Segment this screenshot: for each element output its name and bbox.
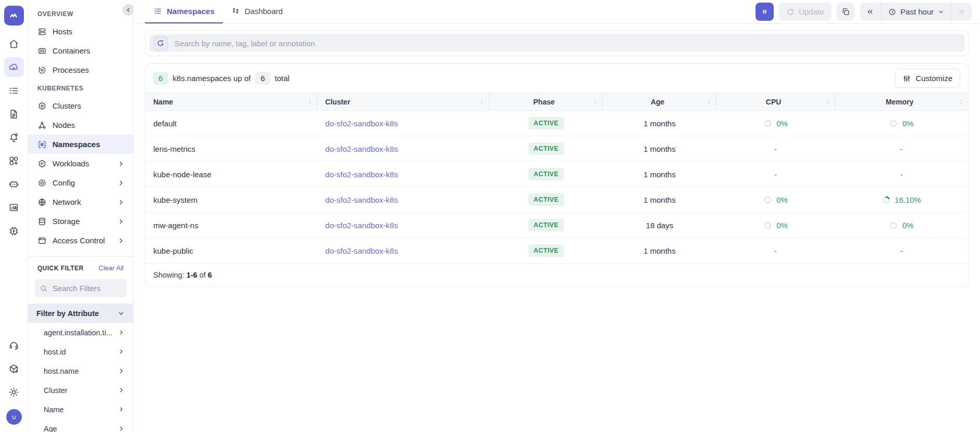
sidebar-item-network[interactable]: Network <box>28 192 133 212</box>
sidebar-item-label: Network <box>52 198 111 206</box>
sort-icon[interactable] <box>824 98 831 105</box>
showing-total: 6 <box>208 271 212 279</box>
cluster-link[interactable]: do-sfo2-sandbox-k8s <box>325 221 398 230</box>
attribute-filter-cluster[interactable]: Cluster <box>28 381 133 400</box>
cluster-link[interactable]: do-sfo2-sandbox-k8s <box>325 170 398 179</box>
attribute-filter-host-id[interactable]: host.id <box>28 342 133 361</box>
attribute-filter-agent-installation-ti-[interactable]: agent.installation.ti... <box>28 323 133 342</box>
sidebar-item-containers[interactable]: Containers <box>28 41 133 60</box>
cluster-link[interactable]: do-sfo2-sandbox-k8s <box>325 246 398 255</box>
cell-cluster: do-sfo2-sandbox-k8s <box>317 238 489 263</box>
namespaces-table-card: 6 k8s.namespaces up of 6 total Customize… <box>145 63 969 287</box>
sidebar-collapse-button[interactable] <box>123 4 134 16</box>
sidebar-item-config[interactable]: Config <box>28 173 133 192</box>
attribute-label: Name <box>44 405 64 414</box>
column-header-cluster[interactable]: Cluster <box>317 93 489 110</box>
sidebar-item-label: Nodes <box>52 121 126 129</box>
attribute-filter-host-name[interactable]: host.name <box>28 361 133 381</box>
documents-icon[interactable] <box>4 104 24 124</box>
chevron-right-icon <box>116 160 126 167</box>
attribute-filter-name[interactable]: Name <box>28 400 133 419</box>
column-label: Phase <box>497 98 591 106</box>
config-icon <box>37 178 47 188</box>
usage-donut-icon <box>763 221 772 230</box>
sidebar-item-workloads[interactable]: Workloads <box>28 154 133 173</box>
cluster-link[interactable]: do-sfo2-sandbox-k8s <box>325 119 398 128</box>
assistant-bot-icon-glyph <box>8 179 19 190</box>
processor-icon[interactable] <box>4 221 24 241</box>
sidebar-item-storage[interactable]: Storage <box>28 212 133 231</box>
topbar-actions: Update Past hour <box>756 0 972 23</box>
main-search-input[interactable]: Search by name, tag, label or annotation <box>149 34 964 52</box>
sidebar-item-processes[interactable]: Processes <box>28 60 133 80</box>
time-range-picker[interactable]: Past hour <box>881 3 951 21</box>
metric-empty: - <box>900 246 903 255</box>
sort-icon[interactable] <box>479 98 485 105</box>
support-headset-icon[interactable] <box>4 335 24 355</box>
tab-namespaces[interactable]: Namespaces <box>145 0 223 23</box>
sidebar-item-hosts[interactable]: Hosts <box>28 22 133 41</box>
cell-phase: ACTIVE <box>489 136 603 161</box>
logs-icon[interactable] <box>4 81 24 100</box>
table-row-kube-node-lease[interactable]: kube-node-leasedo-sfo2-sandbox-k8sACTIVE… <box>145 162 968 187</box>
sort-icon[interactable] <box>958 98 964 105</box>
namespace-icon <box>37 140 47 149</box>
column-header-name[interactable]: Name <box>145 93 317 110</box>
infrastructure-icon[interactable] <box>4 57 24 77</box>
column-header-age[interactable]: Age <box>603 93 716 110</box>
update-button[interactable]: Update <box>779 3 831 21</box>
user-avatar[interactable] <box>6 409 22 425</box>
table-row-default[interactable]: defaultdo-sfo2-sandbox-k8sACTIVE1 months… <box>145 111 968 136</box>
metric-value: 0% <box>763 119 788 128</box>
sidebar-item-access-control[interactable]: Access Control <box>28 231 133 250</box>
cell-cpu: - <box>717 162 835 187</box>
table-row-mw-agent-ns[interactable]: mw-agent-nsdo-sfo2-sandbox-k8sACTIVE18 d… <box>145 213 968 238</box>
clear-all-link[interactable]: Clear All <box>99 264 124 272</box>
search-filters-placeholder: Search Filters <box>52 284 101 293</box>
customize-button[interactable]: Customize <box>895 69 960 88</box>
time-range-label: Past hour <box>900 7 934 16</box>
phase-badge: ACTIVE <box>528 168 564 180</box>
assistant-bot-icon[interactable] <box>4 174 24 194</box>
column-header-cpu[interactable]: CPU <box>717 93 835 110</box>
cluster-link[interactable]: do-sfo2-sandbox-k8s <box>325 145 398 153</box>
column-label: CPU <box>724 98 823 106</box>
cell-phase: ACTIVE <box>489 187 603 212</box>
showing-of: of <box>200 271 206 279</box>
sort-icon[interactable] <box>706 98 712 105</box>
cluster-link[interactable]: do-sfo2-sandbox-k8s <box>325 195 398 204</box>
sidebar-item-namespaces[interactable]: Namespaces <box>28 135 133 154</box>
sidebar-item-clusters[interactable]: Clusters <box>28 96 133 115</box>
column-header-memory[interactable]: Memory <box>835 93 968 110</box>
sidebar-item-nodes[interactable]: Nodes <box>28 115 133 135</box>
sort-icon[interactable] <box>307 98 313 105</box>
logs-icon-glyph <box>8 85 19 96</box>
dashboards-icon[interactable] <box>4 151 24 171</box>
table-row-lens-metrics[interactable]: lens-metricsdo-sfo2-sandbox-k8sACTIVE1 m… <box>145 136 968 162</box>
cell-name: default <box>145 111 317 136</box>
sort-icon[interactable] <box>592 98 599 105</box>
copy-button[interactable] <box>837 3 855 21</box>
nodes-icon <box>37 121 47 130</box>
alerts-icon[interactable] <box>4 127 24 147</box>
attribute-filter-age[interactable]: Age <box>28 419 133 432</box>
app-root: OVERVIEWHostsContainersProcessesKUBERNET… <box>0 0 980 432</box>
middleware-logo-icon[interactable] <box>4 6 24 25</box>
settings-gear-icon[interactable] <box>4 382 24 402</box>
tab-dashboard[interactable]: Dashboard <box>223 0 291 23</box>
search-filters-input[interactable]: Search Filters <box>34 279 127 297</box>
filter-by-attribute-header[interactable]: Filter by Attribute <box>28 304 133 323</box>
metric-empty: - <box>900 145 903 153</box>
pause-button[interactable] <box>756 3 774 21</box>
home-icon[interactable] <box>4 34 24 54</box>
time-back-button[interactable] <box>860 3 881 21</box>
time-forward-button[interactable] <box>951 3 972 21</box>
column-header-phase[interactable]: Phase <box>489 93 603 110</box>
search-card: Search by name, tag, label or annotation <box>145 30 969 56</box>
column-label: Age <box>611 98 704 106</box>
synthetic-monitoring-icon[interactable] <box>4 198 24 217</box>
integrations-box-icon[interactable] <box>4 359 24 378</box>
table-row-kube-system[interactable]: kube-systemdo-sfo2-sandbox-k8sACTIVE1 mo… <box>145 187 968 213</box>
attribute-label: agent.installation.ti... <box>44 329 112 337</box>
table-row-kube-public[interactable]: kube-publicdo-sfo2-sandbox-k8sACTIVE1 mo… <box>145 238 968 264</box>
